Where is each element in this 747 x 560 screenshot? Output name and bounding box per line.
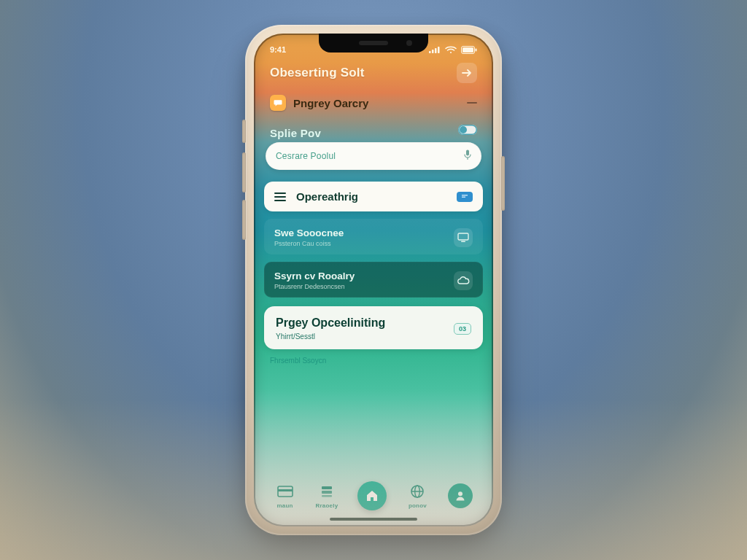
svg-rect-7 [476, 48, 477, 51]
svg-rect-0 [429, 51, 431, 53]
chat-icon [270, 95, 286, 111]
footnote: Fhrsembl Ssoycn [254, 349, 493, 365]
split-toggle[interactable] [458, 125, 477, 135]
tab-2[interactable]: Rraoely [316, 483, 338, 509]
row-primary-section: Pngrey Oarcry [254, 88, 493, 118]
side-button-silence [242, 120, 246, 143]
stack-icon [316, 483, 338, 500]
tab-4-label: ponov [409, 502, 427, 509]
card-operating-badge [457, 192, 473, 202]
card-prgey-badge: 03 [454, 323, 471, 335]
card-icon [274, 483, 296, 500]
svg-rect-18 [322, 495, 332, 497]
side-button-vol-up [242, 152, 246, 192]
page-title: Obeserting Solt [270, 66, 365, 80]
tab-1-label: maun [276, 502, 293, 509]
globe-icon [406, 483, 428, 500]
tab-1[interactable]: maun [274, 483, 296, 509]
wifi-icon [445, 46, 457, 54]
tab-4[interactable]: ponov [406, 483, 428, 509]
tab-center[interactable] [357, 481, 387, 510]
battery-icon [461, 46, 477, 54]
card-prgey-title: Prgey Opceeliniting [276, 316, 385, 330]
notch [319, 34, 428, 52]
svg-point-22 [458, 491, 462, 496]
svg-rect-17 [322, 491, 332, 494]
profile-icon [448, 483, 473, 508]
tab-5[interactable] [448, 483, 473, 508]
svg-rect-8 [466, 150, 469, 156]
svg-rect-10 [462, 195, 468, 196]
tile-2-title: Ssyrn cv Rooalry [274, 271, 355, 281]
tab-2-label: Rraoely [316, 502, 338, 509]
side-button-power [501, 156, 505, 211]
card-prgey-subtitle: Yhirrt/Sesstl [276, 332, 385, 341]
svg-rect-1 [432, 50, 434, 53]
header: Obeserting Solt [254, 60, 493, 88]
phone-frame: 9:41 Obeserting Solt Pngrey Oarcry [245, 25, 502, 535]
card-prgey[interactable]: Prgey Opceeliniting Yhirrt/Sesstl 03 [264, 306, 483, 349]
svg-rect-6 [462, 47, 473, 52]
search-input[interactable]: Cesrare Poolul [266, 142, 481, 170]
search-placeholder: Cesrare Poolul [276, 151, 336, 161]
status-indicators [429, 46, 477, 54]
svg-rect-15 [278, 489, 293, 491]
mic-icon [464, 149, 471, 163]
tile-2-subtitle: Ptausrenr Dedesoncsen [274, 283, 355, 290]
cloud-icon [454, 271, 473, 290]
minus-icon [467, 102, 477, 104]
arrow-right-icon [462, 69, 472, 77]
svg-rect-11 [462, 196, 465, 198]
svg-rect-13 [461, 241, 465, 242]
monitor-icon [454, 228, 473, 247]
tile-1-subtitle: Pssteron Cau coiss [274, 240, 344, 247]
svg-point-4 [450, 51, 452, 52]
screen: 9:41 Obeserting Solt Pngrey Oarcry [254, 34, 493, 526]
tile-1-title: Swe Sooocnee [274, 228, 344, 238]
svg-rect-9 [461, 193, 469, 198]
forward-button[interactable] [457, 63, 477, 83]
row-tile-1[interactable]: Swe Sooocnee Pssteron Cau coiss [264, 219, 483, 254]
tab-bar: maun Rraoely ponov [254, 474, 493, 515]
card-operating[interactable]: Opereathrig [264, 182, 483, 211]
menu-icon [274, 192, 286, 201]
status-time: 9:41 [270, 45, 286, 54]
svg-rect-3 [438, 47, 440, 53]
svg-rect-16 [322, 486, 332, 489]
side-button-vol-down [242, 200, 246, 240]
home-indicator[interactable] [330, 518, 417, 521]
svg-rect-2 [435, 48, 437, 53]
card-operating-label: Opereathrig [296, 190, 358, 203]
row-primary[interactable]: Pngrey Oarcry [266, 88, 481, 118]
svg-rect-12 [458, 233, 468, 240]
row-tile-2[interactable]: Ssyrn cv Rooalry Ptausrenr Dedesoncsen [264, 262, 483, 298]
row-primary-label: Pngrey Oarcry [293, 97, 368, 109]
signal-icon [429, 46, 441, 53]
home-icon [357, 481, 387, 510]
